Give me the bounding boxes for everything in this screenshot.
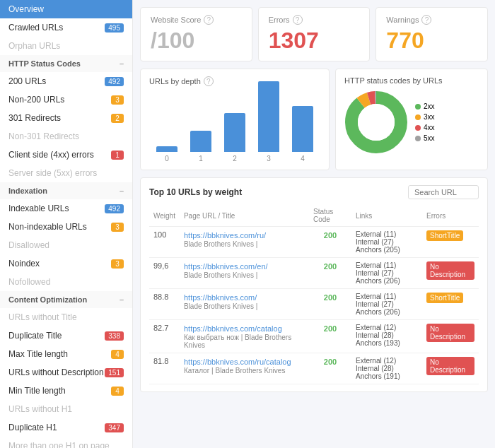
cell-status-0: 200 (309, 227, 351, 258)
sidebar-item-dup-h1[interactable]: Duplicate H1347 (0, 418, 132, 437)
error-badge-1: No Description (426, 261, 474, 280)
http-status-chart-card: HTTP status codes by URLs 2xx3xx4xx5xx (335, 69, 488, 170)
website-score-info-icon[interactable]: ? (204, 15, 214, 25)
link-line: Internal (28) (356, 365, 418, 372)
sidebar-item-non-indexable[interactable]: Non-indexable URLs3 (0, 218, 132, 236)
sidebar-label-non-200-urls: Non-200 URLs (8, 95, 64, 105)
sidebar-item-no-desc[interactable]: URLs without Description151 (0, 363, 132, 382)
legend-dot-5xx (415, 136, 421, 141)
url-link-1[interactable]: https://bbknives.com/en/ (184, 262, 268, 271)
cell-weight-1: 99,6 (149, 258, 180, 289)
bar-0 (156, 146, 177, 152)
url-link-4[interactable]: https://bbknives.com/ru/catalog (184, 358, 291, 366)
link-line: Anchors (193) (356, 339, 418, 347)
bar-1 (190, 131, 211, 152)
cell-url-2: https://bbknives.com/Blade Brothers Kniv… (180, 289, 309, 320)
sidebar-badge-max-title: 4 (111, 350, 124, 359)
sidebar-label-http-status: HTTP Status Codes (8, 59, 81, 68)
search-url-input[interactable] (408, 185, 479, 199)
sidebar-badge-dup-h1: 347 (105, 423, 124, 432)
sidebar-label-nofollowed: Nofollowed (8, 277, 50, 287)
url-title-0: Blade Brothers Knives | (184, 240, 305, 248)
legend-label-3xx: 3xx (424, 113, 435, 121)
depth-info-icon[interactable]: ? (204, 76, 214, 86)
bar-label-4: 4 (301, 155, 305, 163)
sidebar-label-max-title: Max Title length (8, 349, 68, 359)
legend-item-3xx: 3xx (415, 113, 435, 121)
col-status-code: Status Code (309, 205, 351, 227)
sidebar-item-crawled-urls[interactable]: Crawled URLs495 (0, 18, 132, 37)
sidebar-item-multi-h1: More than one H1 on page (0, 437, 132, 448)
sidebar-badge-no-desc: 151 (105, 368, 124, 377)
sidebar-item-min-title[interactable]: Min Title length4 (0, 382, 132, 400)
sidebar-item-overview[interactable]: Overview (0, 0, 132, 18)
sidebar-badge-crawled-urls: 495 (105, 23, 124, 33)
sidebar-item-301-redirects[interactable]: 301 Redirects2 (0, 109, 132, 127)
legend-label-2xx: 2xx (424, 102, 435, 110)
col-page-url-/-title: Page URL / Title (180, 205, 309, 227)
sidebar-item-orphan-urls: Orphan URLs (0, 37, 132, 55)
sidebar-label-client-errors: Client side (4xx) errors (8, 150, 94, 160)
urls-by-depth-title: URLs by depth ? (149, 76, 320, 86)
sidebar-label-no-desc: URLs without Description (8, 367, 104, 377)
sidebar-item-non-301-redirects: Non-301 Redirects (0, 127, 132, 146)
errors-card: Errors ? 1307 (258, 7, 371, 61)
bar-label-1: 1 (199, 155, 203, 163)
sidebar-item-server-errors: Server side (5xx) errors (0, 164, 132, 182)
legend-dot-2xx (415, 104, 421, 110)
cell-weight-0: 100 (149, 227, 180, 258)
link-line: External (12) (356, 324, 418, 331)
sidebar-label-multi-h1: More than one H1 on page (8, 441, 110, 448)
website-score-label: Website Score ? (151, 15, 242, 25)
website-score-card: Website Score ? /100 (140, 7, 252, 61)
warnings-info-icon[interactable]: ? (421, 15, 431, 25)
sidebar-badge-200-urls: 492 (105, 77, 124, 86)
top-urls-table: WeightPage URL / TitleStatus CodeLinksEr… (149, 205, 479, 384)
sidebar-item-indexable-urls[interactable]: Indexable URLs492 (0, 199, 132, 218)
cell-errors-4: No Description (422, 353, 479, 384)
table-body: 100https://bbknives.com/ru/Blade Brother… (149, 227, 479, 384)
sidebar-item-max-title[interactable]: Max Title length4 (0, 345, 132, 363)
url-title-2: Blade Brothers Knives | (184, 302, 305, 310)
url-title-4: Каталог | Blade Brothers Knives (184, 367, 305, 375)
bar-3 (258, 81, 279, 152)
url-link-0[interactable]: https://bbknives.com/ru/ (184, 231, 266, 240)
sidebar-item-noindex[interactable]: Noindex3 (0, 254, 132, 273)
warnings-card: Warnings ? 770 (375, 7, 488, 61)
bar-group-3: 3 (258, 81, 279, 163)
error-badge-4: No Description (426, 357, 474, 375)
table-header-row: Top 10 URLs by weight (149, 185, 479, 199)
link-line: External (11) (356, 230, 418, 238)
link-line: External (11) (356, 293, 418, 300)
url-link-2[interactable]: https://bbknives.com/ (184, 293, 257, 302)
bar-label-2: 2 (233, 155, 237, 163)
errors-label: Errors ? (269, 15, 360, 25)
legend-label-5xx: 5xx (424, 134, 435, 142)
errors-info-icon[interactable]: ? (293, 15, 303, 25)
sidebar-item-client-errors[interactable]: Client side (4xx) errors1 (0, 146, 132, 164)
sidebar-item-dup-title[interactable]: Duplicate Title338 (0, 326, 132, 345)
status-code-2: 200 (324, 293, 337, 302)
link-line: Internal (27) (356, 238, 418, 246)
svg-point-4 (358, 104, 395, 141)
cell-links-4: External (12)Internal (28)Anchors (191) (351, 353, 422, 384)
sidebar-item-nofollowed: Nofollowed (0, 273, 132, 291)
cell-status-3: 200 (309, 320, 351, 353)
sidebar-item-non-200-urls[interactable]: Non-200 URLs3 (0, 90, 132, 109)
url-link-3[interactable]: https://bbknives.com/catalog (184, 324, 282, 333)
sidebar-item-indexation[interactable]: Indexation– (0, 182, 132, 199)
sidebar-item-content-opt[interactable]: Content Optimization– (0, 291, 132, 308)
cell-links-0: External (11)Internal (27)Anchors (205) (351, 227, 422, 258)
cell-links-1: External (11)Internal (27)Anchors (206) (351, 258, 422, 289)
status-code-4: 200 (324, 358, 337, 366)
errors-value: 1307 (269, 28, 360, 54)
bar-group-0: 0 (156, 146, 177, 163)
bar-2 (224, 113, 245, 152)
cell-errors-2: ShortTitle (422, 289, 479, 320)
sidebar-item-disallowed: Disallowed (0, 236, 132, 254)
sidebar-item-http-status[interactable]: HTTP Status Codes– (0, 55, 132, 72)
sidebar-item-200-urls[interactable]: 200 URLs492 (0, 72, 132, 90)
cell-links-2: External (11)Internal (27)Anchors (206) (351, 289, 422, 320)
sidebar-badge-301-redirects: 2 (111, 114, 124, 123)
cell-errors-3: No Description (422, 320, 479, 353)
